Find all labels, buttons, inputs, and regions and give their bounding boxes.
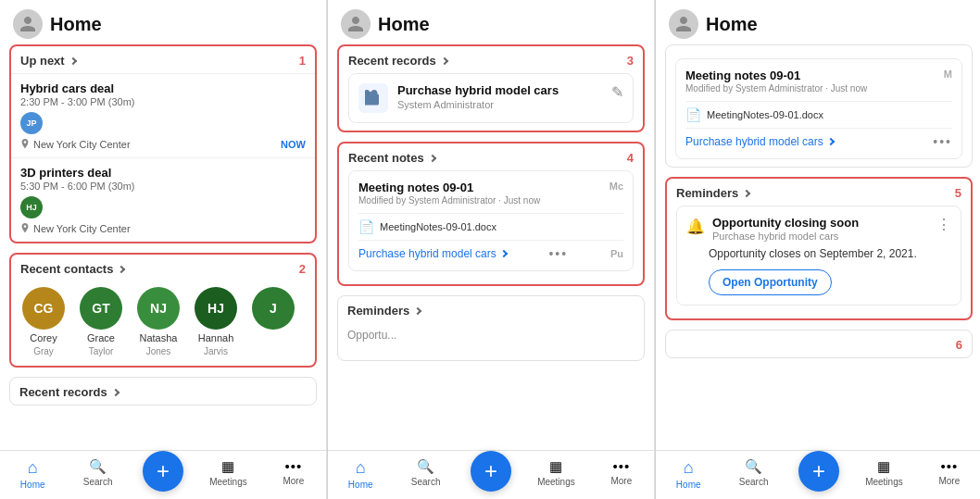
record-sub-p2: System Administrator: [397, 99, 559, 110]
event-title-2: 3D printers deal: [20, 166, 306, 180]
nav-search-2[interactable]: 🔍 Search: [393, 455, 458, 493]
bottom-nav-container-2: + ⌂ Home 🔍 Search ▦ Meetings ••• More: [328, 450, 654, 499]
three-dots-vert-p3[interactable]: ⋮: [936, 216, 951, 233]
contact-item-0[interactable]: CG Corey Gray: [20, 287, 67, 356]
nav-more-2[interactable]: ••• More: [589, 455, 654, 493]
record-icon-p2: [358, 83, 388, 113]
event-location-2: New York City Center: [20, 223, 306, 234]
three-dots-p2[interactable]: •••: [548, 246, 568, 261]
panel-2-content: Recent records 3 Purchase hybrid model c…: [328, 44, 654, 450]
up-next-title[interactable]: Up next: [20, 54, 76, 68]
header-title-3: Home: [706, 14, 758, 35]
contact-last-3: Jarvis: [204, 346, 228, 356]
reminders-preview-p2: Opportu...: [338, 323, 644, 360]
three-dots-p3[interactable]: •••: [933, 134, 952, 149]
header-2: Home: [328, 0, 654, 44]
nav-more-label-2: More: [610, 476, 632, 486]
file-name-p3: MeetingNotes-09-01.docx: [707, 109, 823, 120]
contact-name-1: Grace: [87, 332, 115, 343]
link-text-p2: Purchase hybrid model cars: [358, 247, 496, 260]
record-info-p2: Purchase hybrid model cars System Admini…: [397, 83, 559, 110]
nav-meetings-1[interactable]: ▦ Meetings: [195, 455, 260, 493]
reminders-section-p3: Reminders 5 🔔 Opportunity closing soon P…: [665, 177, 973, 320]
nav-search-label-1: Search: [83, 477, 113, 487]
section-6-p3: 6: [665, 330, 973, 358]
meetings-icon-3: ▦: [877, 458, 890, 475]
event-title-1: Hybrid cars deal: [20, 81, 306, 95]
event-user-dot-2: HJ: [20, 196, 43, 218]
panel-2: Home Recent records 3 Purchase hybrid mo…: [328, 0, 655, 499]
contact-item-4[interactable]: J: [250, 287, 296, 356]
recent-records-label-p1: Recent records: [19, 385, 107, 399]
record-card-p2[interactable]: Purchase hybrid model cars System Admini…: [348, 73, 634, 123]
fab-button-3[interactable]: +: [798, 451, 839, 492]
link-row-p2: Purchase hybrid model cars ••• Pu: [358, 246, 623, 261]
nav-meetings-label-3: Meetings: [865, 477, 903, 487]
nav-search-3[interactable]: 🔍 Search: [721, 455, 785, 493]
recent-records-header-p1[interactable]: Recent records: [10, 378, 316, 405]
recent-notes-label-p2: Recent notes: [348, 151, 424, 165]
nav-home-label-3: Home: [676, 480, 701, 490]
reminder-body-p3: Opportunity closes on September 2, 2021.: [709, 247, 951, 260]
home-icon-2: ⌂: [356, 458, 366, 478]
panel-3: Home Meeting notes 09-01 Modified by Sys…: [656, 0, 980, 499]
meeting-note-header-p3: [666, 45, 972, 58]
fab-button-2[interactable]: +: [471, 451, 511, 492]
recent-records-chevron-p1: [111, 388, 119, 395]
nav-more-3[interactable]: ••• More: [917, 455, 980, 493]
more-icon-3: •••: [940, 458, 958, 474]
nav-home-3[interactable]: ⌂ Home: [656, 455, 721, 493]
reminders-chevron-p2: [414, 306, 421, 314]
nav-more-label-3: More: [938, 476, 960, 486]
event-item-1[interactable]: Hybrid cars deal 2:30 PM - 3:00 PM (30m)…: [11, 73, 315, 157]
header-title-1: Home: [50, 14, 102, 35]
nav-home-1[interactable]: ⌂ Home: [0, 455, 65, 493]
contacts-label: Recent contacts: [20, 262, 113, 276]
nav-search-label-3: Search: [739, 477, 769, 487]
nav-search-label-2: Search: [411, 477, 441, 487]
note-card-p3[interactable]: Meeting notes 09-01 Modified by System A…: [675, 58, 962, 159]
contacts-chevron: [118, 265, 125, 272]
reminders-section-p2: Reminders Opportu...: [337, 295, 645, 361]
up-next-label: Up next: [20, 54, 65, 68]
event-item-2[interactable]: 3D printers deal 5:30 PM - 6:00 PM (30m)…: [11, 157, 315, 242]
reminder-card-p3: 🔔 Opportunity closing soon Purchase hybr…: [676, 206, 961, 306]
docx-icon-p3: 📄: [685, 107, 701, 122]
recent-notes-chevron-p2: [428, 154, 435, 161]
recent-notes-header-p2: Recent notes 4: [339, 143, 643, 170]
reminder-title-p3: Opportunity closing soon: [712, 216, 859, 230]
contacts-title[interactable]: Recent contacts: [20, 262, 124, 276]
recent-records-chevron-p2: [440, 56, 447, 64]
contact-item-2[interactable]: NJ Natasha Jones: [135, 287, 182, 356]
nav-search-1[interactable]: 🔍 Search: [65, 455, 130, 493]
reminders-chevron-p3: [743, 189, 750, 196]
recent-records-badge-p2: 3: [627, 54, 634, 68]
note-card-p2[interactable]: Meeting notes 09-01 Modified by System A…: [348, 170, 634, 271]
nav-meetings-3[interactable]: ▦ Meetings: [851, 455, 916, 493]
avatar-3: [669, 9, 698, 39]
open-opportunity-button[interactable]: Open Opportunity: [709, 269, 832, 295]
search-icon-2: 🔍: [417, 458, 434, 475]
docx-icon-p2: 📄: [358, 219, 374, 234]
fab-button-1[interactable]: +: [143, 451, 183, 492]
nav-meetings-2[interactable]: ▦ Meetings: [523, 455, 588, 493]
contact-item-3[interactable]: HJ Hannah Jarvis: [193, 287, 239, 356]
contact-avatar-0: CG: [22, 287, 65, 330]
up-next-card: Up next 1 Hybrid cars deal 2:30 PM - 3:0…: [9, 44, 317, 243]
note-abbr-p2: Mc: [609, 181, 623, 192]
header-3: Home: [656, 0, 980, 44]
link-blue-p2[interactable]: Purchase hybrid model cars: [358, 247, 507, 260]
section-6-header-p3: 6: [666, 331, 972, 357]
nav-more-1[interactable]: ••• More: [261, 455, 326, 493]
record-title-p2: Purchase hybrid model cars: [397, 83, 559, 97]
event-time-1: 2:30 PM - 3:00 PM (30m): [20, 96, 306, 107]
contact-name-2: Natasha: [140, 332, 178, 343]
contact-item-1[interactable]: GT Grace Taylor: [78, 287, 124, 356]
link-blue-p3[interactable]: Purchase hybrid model cars: [685, 135, 834, 148]
meetings-icon-2: ▦: [549, 458, 562, 475]
up-next-badge: 1: [299, 54, 306, 68]
note-abbr-p3: M: [944, 69, 952, 80]
search-icon-3: 🔍: [745, 458, 762, 475]
pencil-icon-p2[interactable]: ✎: [611, 83, 623, 101]
nav-home-2[interactable]: ⌂ Home: [328, 455, 393, 493]
